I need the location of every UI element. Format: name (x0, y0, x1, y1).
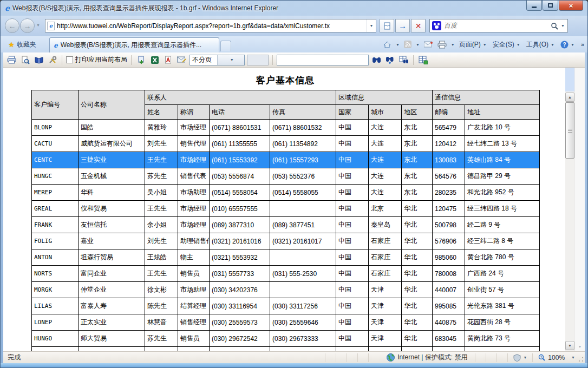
table-cell[interactable]: 黄岗北路 73 号 (465, 331, 540, 347)
print-layout-checkbox[interactable] (66, 56, 73, 63)
table-cell[interactable]: 经二路 9 号 (465, 217, 540, 233)
table-cell[interactable]: 师大贸易 (79, 331, 145, 347)
search-dropdown-icon[interactable]: ▼ (558, 24, 567, 28)
table-cell[interactable]: 天津 (369, 298, 402, 314)
table-cell[interactable]: 995085 (433, 298, 465, 314)
table-cell[interactable]: 富泰人寿 (79, 298, 145, 314)
search-box[interactable]: 百度 ▼ (429, 19, 568, 32)
table-cell[interactable]: 光伦东路 381 号 (465, 298, 540, 314)
security-menu[interactable]: 安全(S)▼ (491, 38, 523, 50)
browser-scroll-down-icon[interactable]: ▼ (575, 345, 585, 349)
table-row[interactable]: LILAS富泰人寿陈先生结算经理(030) 33116954(030) 3311… (32, 298, 540, 314)
report-scrollbar[interactable]: ▲ ▼ (565, 68, 574, 351)
table-cell[interactable]: LONEP (32, 314, 79, 331)
more-commands-chevron[interactable]: » (579, 41, 584, 48)
table-cell[interactable]: (089) 3877310 (210, 217, 270, 233)
table-cell[interactable]: 仲堂企业 (79, 282, 145, 298)
table-cell[interactable]: 683045 (433, 331, 465, 347)
table-cell[interactable]: (061) 15557293 (270, 152, 336, 168)
table-cell[interactable]: GREAL (32, 201, 79, 217)
table-cell[interactable]: 王先生 (145, 266, 178, 282)
table-row[interactable]: NORTS富同企业王先生销售员(031) 5557733(031) 555-25… (32, 266, 540, 282)
table-cell[interactable]: 中国 (336, 201, 369, 217)
table-cell[interactable]: (030) 34202376 (210, 282, 270, 298)
table-cell[interactable]: 中国 (336, 217, 369, 233)
table-cell[interactable]: NORTS (32, 266, 79, 282)
table-cell[interactable]: 销售员 (178, 266, 210, 282)
table-cell[interactable]: 富同企业 (79, 266, 145, 282)
read-mail-button[interactable] (422, 38, 434, 50)
table-cell[interactable]: 564576 (433, 168, 465, 185)
table-cell[interactable]: (089) 3877451 (270, 217, 336, 233)
table-cell[interactable]: 刘先生 (145, 233, 178, 249)
table-cell[interactable]: (053) 5556874 (210, 168, 270, 185)
refresh-data-button[interactable] (417, 54, 429, 65)
table-cell[interactable] (270, 249, 336, 266)
table-row[interactable]: FOLIG嘉业刘先生助理销售代理(0321) 20161016(0321) 20… (32, 233, 540, 249)
table-cell[interactable]: 友恒信托 (79, 217, 145, 233)
table-cell[interactable]: 中国 (336, 233, 369, 249)
table-cell[interactable]: 花园西街 28 号 (465, 314, 540, 331)
table-cell[interactable]: 东北 (402, 152, 433, 168)
feeds-dropdown-icon[interactable]: ▼ (415, 43, 421, 47)
table-cell[interactable]: 三捷实业 (79, 152, 145, 168)
table-row[interactable]: HUNGC五金机械苏先生销售代表(053) 5556874(053) 55523… (32, 168, 540, 185)
table-cell[interactable]: 坦森行贸易 (79, 249, 145, 266)
table-cell[interactable]: 创业街 57 号 (465, 282, 540, 298)
table-cell[interactable]: 东北 (402, 185, 433, 201)
minimize-button[interactable] (526, 1, 542, 11)
find-in-report-button[interactable] (398, 54, 409, 65)
table-row[interactable]: BLONP国皓黄雅玲市场经理(0671) 88601531(0671) 8860… (32, 120, 540, 136)
go-button[interactable]: → (395, 19, 410, 32)
url-text[interactable]: http://www.tuowei.cn/WebReport/DisplayRe… (55, 22, 367, 30)
close-button[interactable]: × (559, 1, 583, 11)
table-cell[interactable]: (0321) 20161017 (270, 233, 336, 249)
table-cell[interactable]: (0671) 88601531 (210, 120, 270, 136)
table-cell[interactable]: (0514) 5558055 (270, 185, 336, 201)
table-cell[interactable]: 王先生 (145, 201, 178, 217)
table-cell[interactable]: CACTU (32, 136, 79, 152)
table-cell[interactable]: 仪和贸易 (79, 201, 145, 217)
table-cell[interactable]: (030) 25559573 (210, 314, 270, 331)
address-dropdown-icon[interactable]: ▼ (367, 19, 376, 32)
table-cell[interactable] (336, 347, 369, 352)
forward-button[interactable]: → (20, 18, 35, 33)
table-cell[interactable]: 280235 (433, 185, 465, 201)
table-cell[interactable]: 576906 (433, 233, 465, 249)
table-cell[interactable]: HUNGC (32, 168, 79, 185)
table-cell[interactable]: 500798 (433, 217, 465, 233)
table-cell[interactable]: 苏先生 (145, 331, 178, 347)
table-row[interactable]: CACTU威航货运有限公司刘先生销售代理(061) 11355555(061) … (32, 136, 540, 152)
table-cell[interactable]: 石家庄 (369, 266, 402, 282)
table-cell[interactable]: 中国 (336, 152, 369, 168)
table-cell[interactable]: (030) 29672542 (210, 331, 270, 347)
table-row[interactable]: CENTC三捷实业王先生市场经理(061) 15553392(061) 1555… (32, 152, 540, 168)
table-cell[interactable]: 120412 (433, 136, 465, 152)
table-cell[interactable]: 市场助理 (178, 185, 210, 201)
page-menu[interactable]: 页面(P)▼ (458, 38, 489, 50)
table-cell[interactable] (270, 201, 336, 217)
table-cell[interactable]: 中国 (336, 282, 369, 298)
table-cell[interactable]: 销售经理 (178, 314, 210, 331)
table-cell[interactable] (402, 347, 433, 352)
browser-scrollbar[interactable]: ▼ (574, 68, 585, 351)
table-cell[interactable]: 嘉业 (79, 233, 145, 249)
table-cell[interactable]: 东北 (402, 136, 433, 152)
table-cell[interactable]: 东北 (402, 168, 433, 185)
favorites-button[interactable]: ★ 收藏夹 (4, 38, 41, 51)
table-cell[interactable]: 中国 (336, 314, 369, 331)
table-cell[interactable]: 华北 (402, 201, 433, 217)
table-cell[interactable]: 经七纬二路 13 号 (465, 136, 540, 152)
table-cell[interactable]: 苏先生 (145, 168, 178, 185)
table-cell[interactable]: BLONP (32, 120, 79, 136)
table-cell[interactable]: 大连 (369, 168, 402, 185)
table-cell[interactable]: 天津 (369, 282, 402, 298)
table-cell[interactable]: 市场助理 (178, 282, 210, 298)
table-row[interactable]: FRANK友恒信托余小姐市场经理(089) 3877310(089) 38774… (32, 217, 540, 233)
table-cell[interactable] (270, 347, 336, 352)
table-cell[interactable]: 440007 (433, 282, 465, 298)
table-cell[interactable]: 大连 (369, 120, 402, 136)
table-row[interactable]: ANTON坦森行贸易王炫皓物主(0321) 5553932中国石家庄华北9850… (32, 249, 540, 266)
feeds-button[interactable] (402, 38, 413, 50)
table-cell[interactable]: 广西路 24 号 (465, 266, 540, 282)
